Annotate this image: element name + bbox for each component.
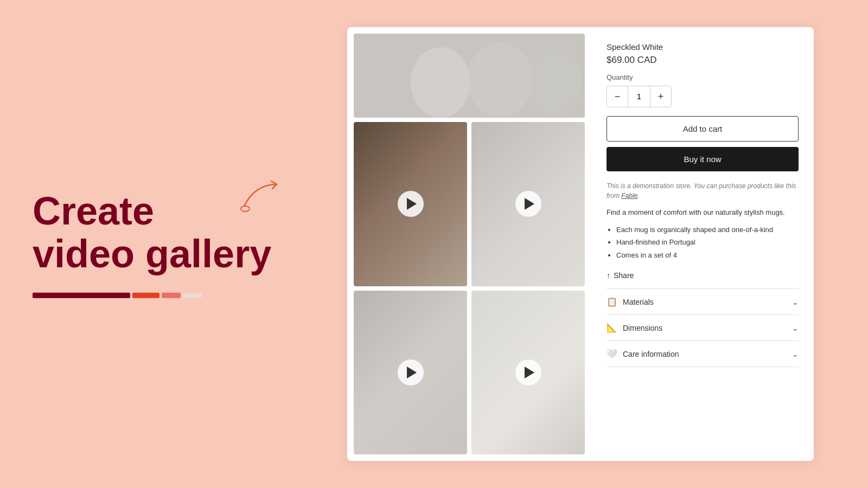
gallery-main-image[interactable] xyxy=(354,34,585,118)
quantity-label: Quantity xyxy=(607,73,799,81)
product-variant: Speckled White xyxy=(607,42,799,52)
play-button-3[interactable] xyxy=(398,359,424,386)
info-panel: Speckled White $69.00 CAD Quantity − 1 +… xyxy=(591,27,814,461)
dimensions-icon: 📐 xyxy=(607,323,617,333)
pb-segment-1 xyxy=(33,293,130,298)
gallery-grid xyxy=(354,122,585,454)
pb-segment-2 xyxy=(132,293,159,298)
feature-item-1: Each mug is organically shaped and one-o… xyxy=(616,224,799,235)
svg-point-3 xyxy=(468,43,533,117)
play-button-4[interactable] xyxy=(515,359,541,386)
svg-point-4 xyxy=(527,48,582,115)
share-button[interactable]: ↑ Share xyxy=(607,271,634,280)
pb-segment-3 xyxy=(162,293,181,298)
feature-item-2: Hand-finished in Portugal xyxy=(616,237,799,248)
gallery-item-1[interactable] xyxy=(354,122,467,286)
materials-chevron: ⌄ xyxy=(792,298,799,306)
gallery-item-2[interactable] xyxy=(471,122,585,286)
pb-segment-4 xyxy=(183,293,202,298)
accordion-dimensions[interactable]: 📐 Dimensions ⌄ xyxy=(607,314,799,341)
feature-item-3: Comes in a set of 4 xyxy=(616,250,799,261)
gallery-panel xyxy=(347,27,591,461)
product-price: $69.00 CAD xyxy=(607,55,799,66)
feature-list: Each mug is organically shaped and one-o… xyxy=(607,224,799,261)
product-description: Find a moment of comfort with our natura… xyxy=(607,207,799,218)
share-label: Share xyxy=(614,271,634,280)
share-icon: ↑ xyxy=(607,271,610,280)
buy-it-now-button[interactable]: Buy it now xyxy=(607,147,799,171)
arrow-decoration xyxy=(233,174,298,217)
accordion-materials[interactable]: 📋 Materials ⌄ xyxy=(607,288,799,314)
product-card: Speckled White $69.00 CAD Quantity − 1 +… xyxy=(347,27,814,461)
dimensions-chevron: ⌄ xyxy=(792,324,799,332)
gallery-item-3[interactable] xyxy=(354,291,467,455)
demo-notice: This is a demonstration store. You can p… xyxy=(607,181,799,201)
gallery-item-4[interactable] xyxy=(471,291,585,455)
quantity-control: − 1 + xyxy=(607,86,672,107)
care-chevron: ⌄ xyxy=(792,350,799,358)
quantity-decrease-button[interactable]: − xyxy=(607,86,628,107)
fable-link[interactable]: Fable xyxy=(621,192,637,200)
play-button-2[interactable] xyxy=(515,191,541,217)
svg-point-0 xyxy=(241,206,250,211)
care-icon: 🤍 xyxy=(607,349,617,359)
progress-bar xyxy=(33,293,293,298)
quantity-value: 1 xyxy=(628,86,650,107)
quantity-increase-button[interactable]: + xyxy=(650,86,671,107)
materials-label: Materials xyxy=(623,298,654,306)
materials-icon: 📋 xyxy=(607,297,617,307)
play-button-1[interactable] xyxy=(398,191,424,217)
main-mug-illustration xyxy=(354,34,585,118)
accordion-care-information[interactable]: 🤍 Care information ⌄ xyxy=(607,341,799,367)
care-information-label: Care information xyxy=(623,350,679,358)
dimensions-label: Dimensions xyxy=(623,324,662,332)
add-to-cart-button[interactable]: Add to cart xyxy=(607,116,799,142)
svg-point-2 xyxy=(411,47,470,118)
